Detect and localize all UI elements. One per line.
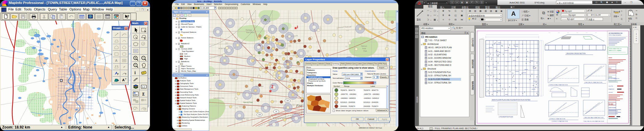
svg-text:180: 180 bbox=[286, 100, 289, 102]
svg-text:2: 2 bbox=[271, 84, 273, 89]
svg-text:J41 ENGINEERING INC: J41 ENGINEERING INC bbox=[609, 32, 623, 34]
svg-text:2 STRUCTURAL STAIR SECTION: 2 STRUCTURAL STAIR SECTION bbox=[549, 84, 568, 86]
svg-text:Park Plaza: Park Plaza bbox=[246, 32, 255, 33]
svg-text:199: 199 bbox=[258, 114, 261, 116]
svg-text:Harrold Park: Harrold Park bbox=[243, 101, 253, 103]
svg-text:?: ? bbox=[135, 64, 136, 67]
svg-text:1:2: 1:2 bbox=[142, 86, 145, 88]
svg-text:E 1th St: E 1th St bbox=[380, 12, 386, 14]
svg-text:Harmon: Harmon bbox=[361, 45, 367, 47]
svg-text:Lancaster Ave: Lancaster Ave bbox=[214, 97, 224, 99]
svg-text:S-101: S-101 bbox=[609, 103, 613, 105]
svg-text:6 STRUCT. STAIR SECTION: 6 STRUCT. STAIR SECTION bbox=[552, 120, 568, 122]
svg-text:?: ? bbox=[117, 79, 119, 82]
svg-text:sheet No:: sheet No: bbox=[609, 86, 613, 87]
svg-text:A: A bbox=[122, 78, 125, 82]
svg-text:Σ: Σ bbox=[142, 92, 145, 96]
svg-text:MAIN FLOOR PLAN AND FOUNDATION: MAIN FLOOR PLAN AND FOUNDATION PLAN NOTE… bbox=[492, 99, 530, 101]
svg-text:clips:: clips: bbox=[609, 68, 612, 69]
svg-text:Park: Park bbox=[364, 50, 367, 52]
svg-text:1 BUILDING CROSS SECTION: 1 BUILDING CROSS SECTION bbox=[566, 53, 586, 54]
svg-text:4 STRUCT. STAIR SECTION: 4 STRUCT. STAIR SECTION bbox=[549, 118, 565, 120]
svg-text:BARSTOOLS 2 改建图纸: BARSTOOLS 2 改建图纸 bbox=[609, 50, 621, 51]
svg-text:STRUCTURAL ENGINEERS: STRUCTURAL ENGINEERS bbox=[609, 35, 621, 36]
svg-text:W 5th St: W 5th St bbox=[218, 48, 225, 49]
svg-text:?: ? bbox=[127, 15, 129, 18]
svg-text:A: A bbox=[115, 59, 118, 62]
svg-text:added:: added: bbox=[609, 57, 612, 58]
svg-text:W 7th St: W 7th St bbox=[213, 74, 220, 76]
svg-text:scale: as noted: scale: as noted bbox=[609, 107, 616, 108]
svg-text:30: 30 bbox=[275, 111, 277, 112]
svg-text:5 SECOND HALF STAIR SECTION: 5 SECOND HALF STAIR SECTION bbox=[584, 117, 603, 118]
svg-text:DRAWN BY: DRAWN BY bbox=[609, 89, 614, 90]
svg-text:checked: checked bbox=[609, 92, 613, 93]
svg-text:?: ? bbox=[125, 73, 126, 76]
svg-text:FLOOR FRAMING PL: FLOOR FRAMING PL bbox=[609, 78, 619, 79]
svg-text:1: 1 bbox=[297, 25, 298, 29]
svg-text:extras:: extras: bbox=[609, 76, 612, 78]
svg-text:?: ? bbox=[125, 78, 126, 81]
svg-text:3 SECOND FL STAIR SECTION: 3 SECOND FL STAIR SECTION bbox=[584, 82, 602, 83]
svg-text:Field: Field bbox=[362, 48, 366, 49]
svg-text:1 FOUNDATION PLAN: 1 FOUNDATION PLAN bbox=[499, 116, 513, 118]
svg-text:?: ? bbox=[117, 72, 118, 76]
svg-text:i: i bbox=[135, 70, 136, 75]
svg-text:ISSUE GRADE THE TOP: ISSUE GRADE THE TOP bbox=[609, 48, 622, 49]
svg-text:7 SECOND FLOOR STAIR SECTION: 7 SECOND FLOOR STAIR SECTION bbox=[583, 120, 604, 122]
svg-text:Heritage: Heritage bbox=[246, 29, 252, 31]
svg-text:W Jarvis St: W Jarvis St bbox=[272, 117, 281, 119]
